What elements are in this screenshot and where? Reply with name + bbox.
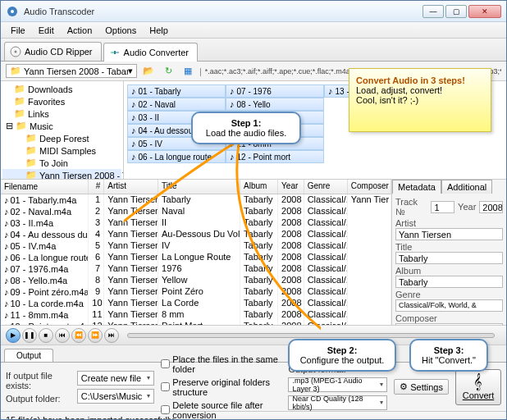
file-item[interactable]: ♪06 - La longue route — [127, 150, 226, 163]
folder-icon: 📁 — [16, 121, 27, 131]
sticky-note: Convert Audio in 3 steps! Load, adjust, … — [349, 68, 491, 132]
up-icon: 📂 — [143, 66, 154, 76]
table-row[interactable]: ♪06 - La longue route.m4a6Yann TiersenLa… — [1, 252, 391, 263]
next-button[interactable]: ⏭ — [104, 328, 119, 343]
artist-label: Artist — [395, 218, 416, 228]
menu-options[interactable]: Options — [98, 24, 143, 37]
year-field[interactable]: 2008 — [479, 201, 503, 213]
track-field[interactable]: 1 — [431, 201, 454, 213]
settings-button[interactable]: ⚙ Settings — [394, 379, 449, 395]
gear-icon: ⚙ — [400, 381, 408, 392]
tree-item: 📁Favorites — [2, 95, 121, 107]
tree-item: 📁Deep Forest — [2, 132, 121, 144]
sticky-title: Convert Audio in 3 steps! — [356, 75, 465, 85]
folder-label: Output folder: — [6, 394, 71, 404]
tab-output[interactable]: Output — [4, 349, 53, 362]
col-title[interactable]: Title — [158, 180, 240, 194]
output-folder-combo[interactable]: C:\Users\Music — [77, 389, 155, 404]
album-field[interactable]: Tabarly — [395, 276, 503, 288]
tab-additional[interactable]: Additional — [441, 180, 492, 194]
pause-button[interactable]: ❚❚ — [22, 328, 37, 343]
file-item[interactable]: ♪07 - 1976 — [226, 84, 324, 98]
col-composer[interactable]: Composer — [348, 180, 391, 194]
artist-field[interactable]: Yann Tiersen — [395, 228, 503, 240]
table-row[interactable]: ♪03 - II.m4a3Yann TiersenIITabarly2008Cl… — [1, 217, 391, 229]
file-item[interactable]: ♪12 - Point mort — [226, 150, 324, 163]
tab-cd-ripper[interactable]: Audio CD Ripper — [4, 42, 102, 61]
audio-icon: ♪ — [4, 276, 9, 285]
grid-icon: ▦ — [184, 66, 192, 76]
folder-combo[interactable]: 📁 Yann Tiersen 2008 - Tabarly ▾ — [6, 64, 137, 78]
table-row[interactable]: ♪05 - IV.m4a5Yann TiersenIVTabarly2008Cl… — [1, 240, 391, 252]
title-label: Title — [395, 242, 412, 252]
callout-text: Load the audio files. — [206, 128, 286, 138]
tree-item: 📁MIDI Samples — [2, 144, 121, 157]
close-button[interactable]: ✕ — [468, 5, 501, 18]
quality-combo[interactable]: Near CD Quality (128 kbit/s) — [288, 395, 387, 410]
file-item[interactable]: ♪02 - Naval — [127, 98, 226, 111]
callout-title: Step 3: — [434, 345, 464, 355]
minimize-button[interactable]: — — [422, 5, 444, 18]
chk-same-folder[interactable] — [161, 359, 170, 368]
maximize-button[interactable]: ▢ — [445, 5, 467, 18]
col-num[interactable]: # — [89, 180, 104, 194]
table-row[interactable]: ♪10 - La corde.m4a10Yann TiersenLa Corde… — [1, 298, 391, 309]
audio-icon: ♪ — [4, 218, 9, 228]
genre-combo[interactable]: Classical/Folk, World, & Countr — [395, 299, 503, 312]
chk-preserve[interactable] — [161, 382, 170, 391]
col-album[interactable]: Album — [240, 180, 278, 194]
table-row[interactable]: ♪12 - Point mort.m4a12Yann TiersenPoint … — [1, 321, 391, 325]
prev-button[interactable]: ⏮ — [55, 328, 70, 343]
col-genre[interactable]: Genre — [304, 180, 348, 194]
audio-icon: ♪ — [131, 152, 136, 162]
up-folder-button[interactable]: 📂 — [140, 63, 157, 80]
folder-icon: 📁 — [25, 170, 37, 179]
exists-combo[interactable]: Create new file — [77, 371, 155, 386]
tree-item: 📁Links — [2, 107, 121, 120]
seek-bar[interactable] — [127, 333, 495, 338]
table-row[interactable]: ♪11 - 8mm.m4a11Yann Tiersen8 mmTabarly20… — [1, 309, 391, 321]
table-row[interactable]: ♪02 - Naval.m4a2Yann TiersenNavalTabarly… — [1, 206, 391, 217]
audio-icon: ♪ — [4, 195, 9, 205]
table-row[interactable]: ♪04 - Au dessous du v...4Yann TiersenAu-… — [1, 229, 391, 240]
refresh-button[interactable]: ↻ — [160, 63, 176, 80]
stop-button[interactable]: ■ — [39, 328, 53, 343]
table-row[interactable]: ♪08 - Yello.m4a8Yann TiersenYellowTabarl… — [1, 275, 391, 286]
menu-edit[interactable]: Edit — [32, 24, 61, 37]
table-row[interactable]: ♪01 - Tabarly.m4a1Yann TiersenTabarlyTab… — [1, 194, 391, 206]
forward-button[interactable]: ⏩ — [88, 328, 103, 343]
menu-action[interactable]: Action — [61, 24, 99, 37]
app-icon — [6, 5, 19, 18]
view-button[interactable]: ▦ — [180, 63, 196, 80]
treble-clef-icon: 𝄞 — [473, 373, 482, 390]
chevron-down-icon: ▾ — [128, 66, 133, 76]
chk-delete[interactable] — [161, 405, 170, 414]
format-combo[interactable]: .mp3 (MPEG-1 Audio Layer 3) — [288, 377, 387, 392]
tab-audio-converter[interactable]: Audio Converter — [103, 43, 199, 62]
col-year[interactable]: Year — [278, 180, 304, 194]
title-field[interactable]: Tabarly — [395, 252, 503, 264]
audio-icon: ♪ — [4, 241, 9, 251]
col-artist[interactable]: Artist — [104, 180, 158, 194]
expand-icon[interactable]: ⊟ — [6, 121, 13, 131]
col-filename[interactable]: Filename — [1, 180, 89, 194]
audio-icon: ♪ — [4, 230, 9, 240]
menu-help[interactable]: Help — [143, 24, 175, 37]
table-row[interactable]: ♪09 - Point zéro.m4a9Yann TiersenPoint Z… — [1, 286, 391, 298]
settings-label: Settings — [410, 382, 443, 392]
folder-tree[interactable]: 📁Downloads 📁Favorites 📁Links ⊟📁Music 📁De… — [1, 81, 124, 179]
converter-icon — [109, 47, 121, 58]
play-button[interactable]: ▶ — [6, 328, 21, 343]
cd-icon — [10, 46, 21, 57]
file-item[interactable]: ♪01 - Tabarly — [127, 84, 226, 98]
titlebar[interactable]: Audio Transcoder — ▢ ✕ — [1, 1, 506, 22]
chk-label: Delete source file after conversion — [172, 400, 281, 420]
tab-metadata[interactable]: Metadata — [392, 180, 441, 194]
composer-field[interactable]: Yann Tiersen — [395, 323, 503, 326]
tree-item: 📁Downloads — [2, 83, 121, 95]
menu-file[interactable]: File — [4, 24, 32, 37]
table-row[interactable]: ♪07 - 1976.m4a7Yann Tiersen1976Tabarly20… — [1, 263, 391, 275]
file-item[interactable]: ♪08 - Yello — [226, 98, 324, 111]
rewind-button[interactable]: ⏪ — [71, 328, 86, 343]
convert-button[interactable]: 𝄞 Convert — [455, 369, 501, 405]
